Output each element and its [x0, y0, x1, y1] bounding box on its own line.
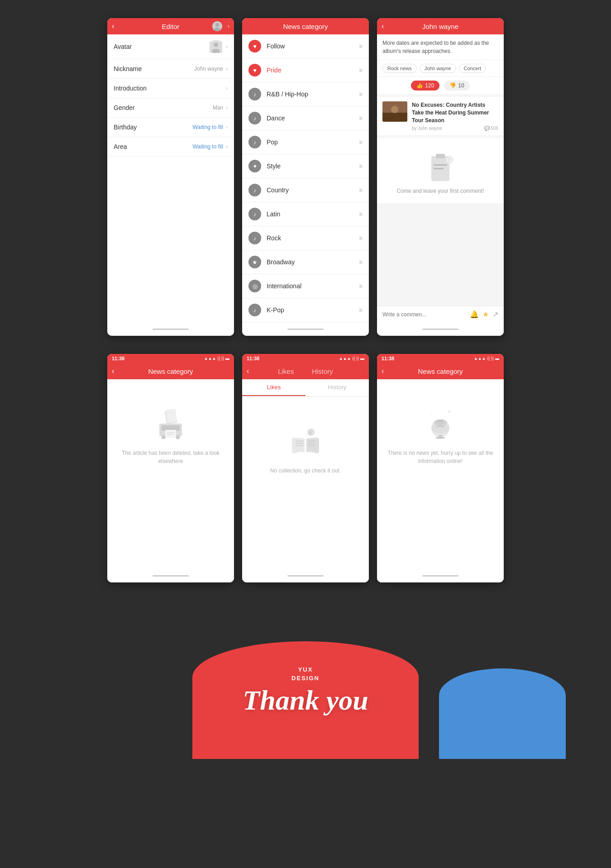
style-menu-icon: ≡: [359, 162, 363, 170]
no-news-empty-state: + * *: [377, 379, 504, 479]
latin-icon: ♪: [248, 208, 261, 220]
svg-text:?: ?: [448, 157, 450, 162]
gender-item[interactable]: Gender Man ›: [107, 98, 234, 118]
list-item[interactable]: ♥ Follow ≡: [242, 34, 369, 58]
list-item[interactable]: ♥ Pride ≡: [242, 58, 369, 82]
status-time-3: 11:38: [382, 356, 394, 361]
comment-bar[interactable]: 🔔 ★ ↗: [377, 306, 504, 322]
svg-rect-10: [434, 164, 447, 166]
tab-history[interactable]: History: [306, 379, 369, 396]
follow-icon: ♥: [248, 40, 261, 52]
news-reactions: 👍 120 👎 10: [377, 76, 504, 94]
dance-label: Dance: [267, 114, 359, 122]
comment-input[interactable]: [382, 311, 466, 318]
like-button[interactable]: 👍 120: [411, 81, 439, 91]
status-bar-1: 11:38 ▲▲▲ ((·)) ▬: [107, 354, 234, 363]
home-bar-line: [153, 329, 189, 330]
star-icon[interactable]: ★: [482, 310, 489, 319]
home-bar-line-6: [422, 575, 458, 577]
deleted-article-title: News category: [148, 367, 193, 375]
editor-header: ‹ Editor ›: [107, 18, 234, 34]
deleted-article-header: ‹ News category: [107, 363, 234, 379]
da-back-button[interactable]: ‹: [112, 367, 114, 375]
kpop-menu-icon: ≡: [359, 306, 363, 314]
svg-rect-38: [438, 420, 443, 422]
introduction-label: Introduction: [114, 85, 226, 92]
share-icon[interactable]: ↗: [492, 310, 498, 319]
svg-rect-19: [165, 430, 176, 438]
list-item[interactable]: ♪ R&B / Hip-Hop ≡: [242, 82, 369, 106]
john-wayne-header: ‹ John wayne: [377, 18, 504, 34]
kpop-icon: ♪: [248, 304, 261, 316]
john-wayne-body: More dates are expected to be added as t…: [377, 34, 504, 306]
svg-line-31: [308, 445, 315, 446]
svg-point-3: [214, 43, 218, 47]
rb-label: R&B / Hip-Hop: [267, 91, 359, 98]
deleted-article-body: The article has been deleted, take a loo…: [107, 379, 234, 569]
list-item[interactable]: ★ Broadway ≡: [242, 250, 369, 274]
birthday-chevron-icon: ›: [226, 124, 228, 130]
nickname-chevron-icon: ›: [226, 66, 228, 72]
tab-likes[interactable]: Likes: [242, 379, 306, 396]
status-icons-3: ▲▲▲ ((·)) ▬: [474, 356, 499, 361]
list-item[interactable]: ♪ K-Pop ≡: [242, 298, 369, 322]
list-item[interactable]: ♪ Rock ≡: [242, 226, 369, 250]
lh-back-button[interactable]: ‹: [247, 367, 249, 375]
area-item[interactable]: Area Waiting to fill ›: [107, 137, 234, 157]
home-bar-line-4: [153, 575, 189, 577]
svg-line-28: [296, 445, 303, 446]
thumbs-up-icon: 👍: [416, 82, 423, 89]
list-item[interactable]: ♪ Country ≡: [242, 178, 369, 202]
header-chevron-icon: ›: [228, 23, 229, 29]
home-bar-2: [242, 322, 369, 336]
avatar-circle: [210, 40, 222, 53]
deleted-empty-text: The article has been deleted, take a loo…: [116, 449, 225, 465]
svg-line-29: [308, 441, 315, 441]
no-collection-body: 0 No collection, go check it out.: [242, 397, 369, 569]
notify-icon[interactable]: 🔔: [470, 310, 479, 319]
birthday-label: Birthday: [114, 124, 192, 131]
dislike-button[interactable]: 👎 10: [444, 81, 469, 91]
empty-comment-text: Come and leave your first comment!: [397, 188, 484, 194]
home-bar-line-5: [287, 575, 324, 577]
tag-rock-news[interactable]: Rock news: [382, 64, 417, 73]
pop-icon: ♪: [248, 136, 261, 148]
news-category-phone: News category ♥ Follow ≡ ♥ Pride ≡ ♪ R&B…: [242, 18, 369, 336]
nickname-label: Nickname: [114, 65, 194, 72]
tag-john-wayne[interactable]: John wayne: [420, 64, 456, 73]
area-label: Area: [114, 143, 192, 150]
signal-icon-2: ▲▲▲: [339, 356, 351, 361]
jw-back-button[interactable]: ‹: [382, 22, 384, 30]
no-news-phone: 11:38 ▲▲▲ ((·)) ▬ ‹ News category + *: [377, 354, 504, 582]
likes-tab-header[interactable]: Likes: [278, 367, 294, 375]
list-item[interactable]: ♪ Latin ≡: [242, 202, 369, 226]
news-article-card[interactable]: No Excuses: Country Artists Take the Hea…: [377, 97, 504, 135]
list-item[interactable]: ♪ Dance ≡: [242, 106, 369, 130]
area-chevron-icon: ›: [226, 143, 228, 150]
nn-back-button[interactable]: ‹: [382, 367, 384, 375]
nickname-item[interactable]: Nickname John wayne ›: [107, 59, 234, 79]
style-icon: ✦: [248, 160, 261, 172]
rock-menu-icon: ≡: [359, 234, 363, 242]
article-meta: by John wayne 💬 506: [412, 126, 498, 131]
no-news-header: ‹ News category: [377, 363, 504, 379]
broadway-label: Broadway: [267, 258, 359, 266]
svg-rect-40: [436, 437, 445, 439]
history-tab-header[interactable]: History: [312, 367, 333, 375]
list-item[interactable]: ◎ International ≡: [242, 274, 369, 298]
follow-menu-icon: ≡: [359, 43, 363, 50]
no-news-title: News category: [418, 367, 463, 375]
list-item[interactable]: ♪ Pop ≡: [242, 130, 369, 154]
brand-name: YUX DESIGN: [243, 666, 368, 682]
home-bar-3: [377, 322, 504, 336]
tag-concert[interactable]: Concert: [459, 64, 487, 73]
introduction-item[interactable]: Introduction ›: [107, 79, 234, 98]
back-button[interactable]: ‹: [112, 22, 114, 30]
list-item[interactable]: ✦ Style ≡: [242, 154, 369, 178]
gender-chevron-icon: ›: [226, 105, 228, 111]
likes-count: 120: [425, 82, 434, 89]
birthday-item[interactable]: Birthday Waiting to fill ›: [107, 118, 234, 137]
avatar-item[interactable]: Avatar ›: [107, 34, 234, 59]
country-menu-icon: ≡: [359, 186, 363, 194]
dance-menu-icon: ≡: [359, 114, 363, 122]
